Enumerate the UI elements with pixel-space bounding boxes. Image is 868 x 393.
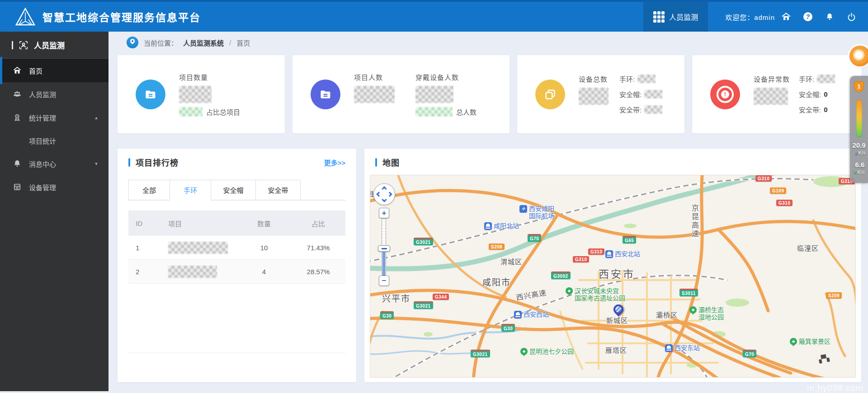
card-project-count: 项目数量 占比总项目	[118, 55, 285, 133]
censored-percent	[179, 107, 203, 117]
table-header-row: ID项目数量占比	[128, 211, 345, 236]
censored-value	[179, 86, 212, 103]
sidebar-subitem-project-stats[interactable]: 项目统计	[0, 129, 108, 152]
map-place-label: 灞桥区	[656, 310, 678, 319]
card-footer-label: 占比总项目	[206, 107, 240, 117]
park-icon	[790, 338, 797, 345]
train-station-icon	[514, 311, 522, 318]
censored-value	[817, 75, 835, 83]
park-icon	[689, 306, 697, 313]
card-footer-label: 总人数	[456, 107, 476, 117]
road-badge: G30	[380, 311, 394, 319]
help-icon[interactable]: ?	[803, 12, 813, 22]
zoom-in-button[interactable]: +	[379, 208, 389, 218]
card-device-total: 设备总数 手环: 安全帽: 安全带:	[517, 55, 684, 133]
top-nav-personnel[interactable]: 人员监测	[643, 2, 708, 32]
table-row[interactable]: 1 10 71.43%	[128, 236, 345, 260]
sidebar-item-statistics[interactable]: 统计管理 ▲	[0, 106, 108, 129]
zoom-slider-handle[interactable]	[378, 245, 390, 252]
breadcrumb-current[interactable]: 首页	[236, 38, 250, 47]
grid-icon	[653, 11, 665, 23]
chevron-down-icon: ▼	[94, 161, 99, 166]
map-pan-control[interactable]	[373, 183, 395, 205]
security-ball-icon[interactable]	[849, 46, 868, 66]
tab-全部[interactable]: 全部	[128, 180, 170, 200]
speed-monitor-panel[interactable]: 1 20.9▲K/s 6.6▼K/s	[850, 76, 868, 183]
road-badge: G70	[528, 234, 541, 242]
mini-label: 手环:	[619, 74, 635, 84]
road-badge: S209	[826, 292, 842, 299]
sidebar-subitem-label: 项目统计	[29, 136, 56, 145]
sidebar-item-message-center[interactable]: 消息中心 ▼	[0, 152, 108, 175]
breadcrumb-section[interactable]: 人员监测系统	[183, 38, 224, 47]
censored-project-name	[168, 266, 217, 278]
bell-icon[interactable]	[825, 12, 835, 22]
map-place-label: 雁塔区	[605, 345, 627, 355]
pan-right-icon[interactable]	[387, 192, 392, 196]
sidebar-item-personnel[interactable]: 人员监测	[0, 82, 108, 106]
home-icon[interactable]	[781, 12, 791, 22]
column-header: ID	[128, 220, 161, 227]
zoom-slider-fill	[382, 252, 385, 276]
censored-value	[579, 88, 609, 105]
censored-value	[754, 88, 788, 105]
sidebar-header: 人员监测	[0, 32, 108, 59]
road-badge: G344	[433, 294, 449, 300]
tab-手环[interactable]: 手环	[170, 180, 211, 200]
top-nav-label: 人员监测	[669, 11, 698, 22]
map-park-label: 昆明池七夕公园	[520, 348, 574, 355]
table-row[interactable]: 2 4 28.57%	[128, 260, 345, 284]
more-link[interactable]: 更多>>	[324, 158, 345, 167]
award-icon	[13, 113, 22, 122]
map-place-label: 兴平市	[382, 292, 410, 304]
mini-label: 安全带:	[619, 105, 642, 114]
park-icon	[566, 287, 573, 295]
app-title: 智慧工地综合管理服务信息平台	[42, 9, 201, 24]
map-station-label: 咸阳北站	[484, 222, 519, 230]
mini-label: 手环:	[799, 74, 814, 84]
train-station-icon	[484, 222, 492, 230]
upload-speed: 20.9▲K/s	[852, 142, 865, 157]
map-canvas[interactable]: 县咸阳北站✈西安咸阳 国际机场渭城区咸阳市兴平市西安市西兴高速京昆高速西安北站西…	[370, 175, 856, 378]
sidebar-item-home[interactable]: 首页	[0, 59, 108, 82]
panel-bottom-divider	[128, 353, 345, 353]
panel-title: 地图	[382, 156, 400, 168]
ranking-tabs: 全部手环安全帽安全带	[128, 180, 345, 201]
tab-安全带[interactable]: 安全带	[255, 180, 301, 200]
pan-down-icon[interactable]	[382, 197, 387, 202]
sidebar-item-label: 统计管理	[29, 113, 56, 122]
tab-安全帽[interactable]: 安全帽	[211, 180, 256, 200]
card-device-abnormal: ! 设备异常数 手环: 安全帽:0 安全带:0	[692, 55, 862, 133]
card-title: 设备异常数	[754, 74, 790, 84]
folder-icon	[136, 80, 165, 109]
panel-title: 项目排行榜	[136, 156, 179, 168]
censored-project-name	[168, 242, 228, 254]
censored-percent	[415, 107, 453, 117]
airplane-icon: ✈	[519, 205, 527, 213]
breadcrumb-prefix: 当前位置：	[144, 38, 178, 47]
map-place-label: 咸阳市	[482, 276, 511, 288]
sidebar-item-label: 人员监测	[29, 89, 56, 99]
road-badge: G310	[588, 248, 604, 255]
chevron-up-icon: ▲	[94, 115, 99, 120]
map-panel: 地图	[364, 149, 861, 382]
username: admin	[754, 14, 775, 21]
sidebar-item-device-management[interactable]: 设备管理	[0, 175, 108, 199]
watermark: m.hy098.com	[807, 383, 863, 393]
road-badge: G109	[770, 187, 786, 194]
road-badge: S3011	[679, 289, 698, 296]
pan-up-icon[interactable]	[382, 186, 387, 191]
project-ranking-panel: 项目排行榜 更多>> 全部手环安全帽安全带 ID项目数量占比 1 10 71.4…	[118, 149, 356, 382]
person-monitor-icon	[19, 40, 28, 50]
ranking-table: ID项目数量占比 1 10 71.43% 2 4 28.57%	[128, 211, 345, 284]
welcome-text: 欢迎您：admin	[725, 12, 775, 22]
logo-wrap: 智慧工地综合管理服务信息平台	[0, 8, 201, 26]
sidebar-item-label: 首页	[29, 66, 42, 75]
map-station-label: 西安东站	[665, 344, 700, 352]
map-place-label: 京昆高速	[689, 204, 700, 239]
power-icon[interactable]	[846, 12, 856, 22]
pan-left-icon[interactable]	[376, 192, 381, 196]
map-place-label: 渭城区	[500, 257, 522, 266]
zoom-out-button[interactable]: −	[379, 276, 389, 286]
map-station-label: 西安北站	[605, 250, 640, 258]
